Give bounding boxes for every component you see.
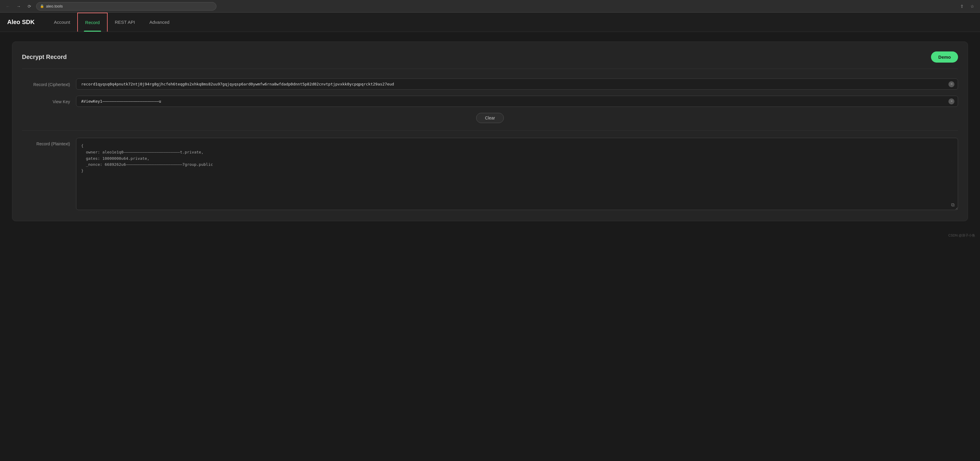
plaintext-wrapper: { owner: aleo1e1q0——————————————————————… — [76, 138, 958, 211]
forward-button[interactable]: → — [14, 2, 23, 11]
view-key-row: View Key ✕ — [22, 96, 958, 107]
view-key-label: View Key — [22, 96, 70, 104]
clear-button[interactable]: Clear — [476, 113, 504, 123]
clear-btn-row: Clear — [22, 113, 958, 123]
back-button[interactable]: ← — [3, 2, 12, 11]
nav-tab-record[interactable]: Record — [77, 13, 107, 32]
nav-tab-advanced[interactable]: Advanced — [142, 13, 177, 32]
browser-bar: ← → ⟳ 🔒 aleo.tools ⇧ ☆ — [0, 0, 980, 13]
url-text: aleo.tools — [46, 4, 63, 8]
divider — [22, 130, 958, 131]
nav-tab-rest-api[interactable]: REST API — [108, 13, 142, 32]
bookmark-button[interactable]: ☆ — [968, 2, 977, 11]
record-ciphertext-clear-btn[interactable]: ✕ — [948, 81, 955, 87]
record-ciphertext-wrapper: ✕ — [76, 78, 958, 90]
main-content: Decrypt Record Demo Record (Ciphertext) … — [0, 32, 980, 231]
decrypt-record-card: Decrypt Record Demo Record (Ciphertext) … — [12, 41, 968, 221]
lock-icon: 🔒 — [40, 4, 44, 8]
record-ciphertext-input[interactable] — [76, 78, 958, 90]
record-ciphertext-label: Record (Ciphertext) — [22, 78, 70, 87]
nav-tabs: Account Record REST API Advanced — [46, 13, 177, 32]
address-bar: 🔒 aleo.tools — [36, 2, 216, 11]
record-ciphertext-row: Record (Ciphertext) ✕ — [22, 78, 958, 90]
card-header: Decrypt Record Demo — [22, 51, 958, 69]
card-title: Decrypt Record — [22, 54, 67, 61]
nav-tab-account[interactable]: Account — [46, 13, 77, 32]
record-plaintext-label: Record (Plaintext) — [22, 138, 70, 146]
view-key-wrapper: ✕ — [76, 96, 958, 107]
footer-text: CSDN @浪子小鱼 — [948, 233, 975, 237]
view-key-input[interactable] — [76, 96, 958, 107]
app-header: Aleo SDK Account Record REST API Advance… — [0, 13, 980, 32]
view-key-clear-btn[interactable]: ✕ — [948, 98, 955, 104]
browser-actions: ⇧ ☆ — [958, 2, 977, 11]
share-button[interactable]: ⇧ — [958, 2, 966, 11]
record-plaintext-row: Record (Plaintext) { owner: aleo1e1q0———… — [22, 138, 958, 211]
demo-button[interactable]: Demo — [931, 51, 958, 62]
footer: CSDN @浪子小鱼 — [0, 231, 980, 240]
record-plaintext-textarea[interactable]: { owner: aleo1e1q0——————————————————————… — [76, 138, 958, 210]
app-logo: Aleo SDK — [7, 19, 35, 26]
copy-button[interactable]: ⧉ — [951, 202, 955, 207]
reload-button[interactable]: ⟳ — [25, 2, 34, 11]
